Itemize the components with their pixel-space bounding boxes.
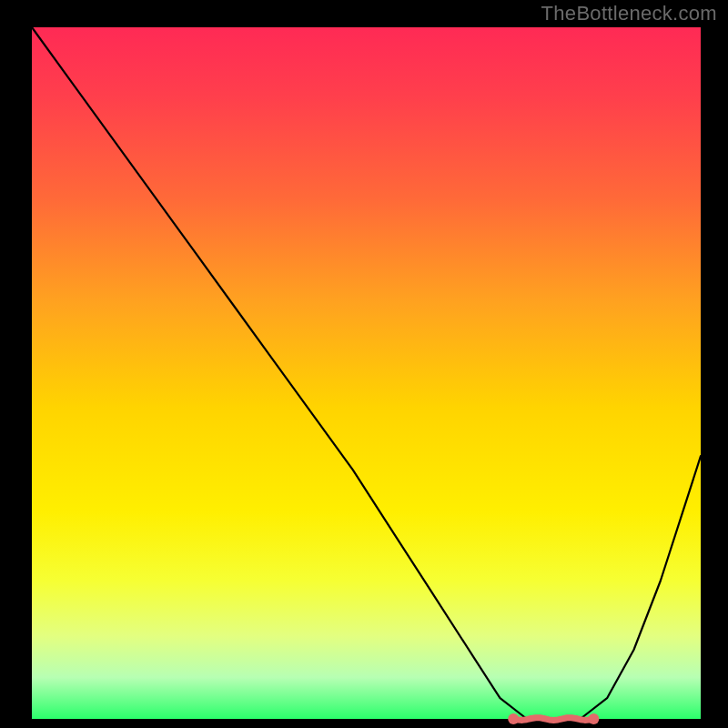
bottleneck-curve-plot [0, 0, 728, 728]
range-end-marker-1 [588, 713, 599, 724]
chart-stage: TheBottleneck.com [0, 0, 728, 728]
gradient-background [32, 27, 701, 719]
watermark-text: TheBottleneck.com [541, 2, 717, 25]
optimal-range-highlight [513, 718, 593, 721]
range-end-marker-0 [508, 713, 519, 724]
